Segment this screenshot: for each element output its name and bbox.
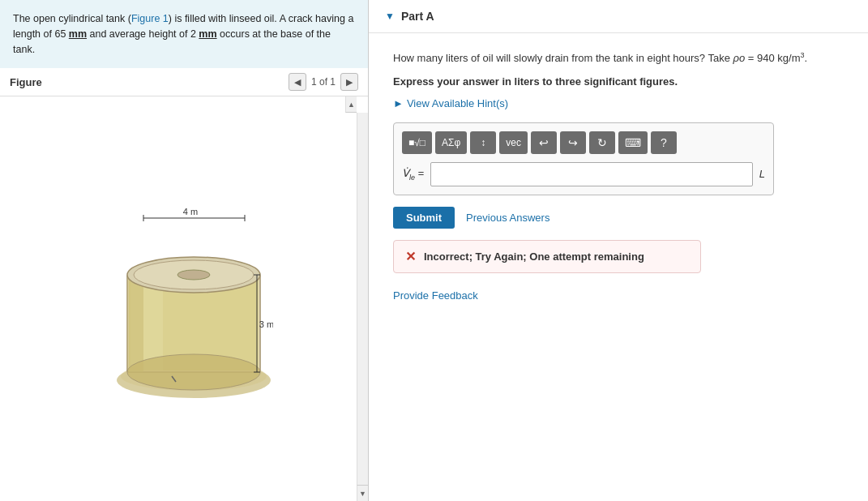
rho-symbol: ρo (733, 52, 746, 64)
toolbar-updown-button[interactable]: ↕ (470, 131, 496, 154)
figure-area: ▲ 4 m (0, 96, 368, 501)
question-emphasis: Express your answer in liters to three s… (393, 74, 844, 91)
toolbar-math-button[interactable]: ■√□ (402, 131, 432, 154)
input-row: V̇le = L (402, 162, 765, 186)
figure-count: 1 of 1 (311, 76, 336, 88)
answer-box: ■√□ ΑΣφ ↕ vec ↩ ↪ ↻ ⌨ ? V̇le = L (393, 122, 774, 195)
mm-underline-1: mm (69, 28, 87, 40)
answer-input[interactable] (430, 162, 753, 186)
toolbar-redo-button[interactable]: ↪ (560, 131, 586, 154)
figure-header: Figure ◀ 1 of 1 ▶ (0, 68, 368, 96)
toolbar-refresh-button[interactable]: ↻ (589, 131, 615, 154)
hint-link[interactable]: ► View Available Hint(s) (393, 97, 844, 109)
toolbar-undo-button[interactable]: ↩ (531, 131, 557, 154)
part-content: How many liters of oil will slowly drain… (369, 33, 868, 318)
problem-text-box: The open cylindrical tank (Figure 1) is … (0, 0, 368, 68)
toolbar-vec-button[interactable]: vec (499, 131, 528, 154)
error-box: ✕ Incorrect; Try Again; One attempt rema… (393, 240, 701, 273)
question-text: How many liters of oil will slowly drain… (393, 49, 844, 67)
problem-intro: The open cylindrical tank ( (13, 13, 131, 24)
scroll-down-button[interactable]: ▼ (357, 485, 368, 501)
toolbar-help-button[interactable]: ? (651, 131, 677, 154)
figure-next-button[interactable]: ▶ (340, 73, 358, 91)
mm-underline-2: mm (199, 28, 216, 40)
previous-answers-link[interactable]: Previous Answers (466, 212, 549, 224)
toolbar-symbol-button[interactable]: ΑΣφ (435, 131, 467, 154)
toolbar-keyboard-button[interactable]: ⌨ (618, 131, 648, 154)
figure-nav: ◀ 1 of 1 ▶ (289, 73, 358, 91)
error-text: Incorrect; Try Again; One attempt remain… (424, 250, 644, 263)
svg-point-13 (127, 354, 260, 390)
scroll-track (357, 113, 368, 485)
part-header: ▼ Part A (369, 0, 868, 33)
var-label: V̇le = (402, 167, 424, 182)
figure-prev-button[interactable]: ◀ (289, 73, 306, 91)
part-title: Part A (401, 10, 434, 23)
provide-feedback-link[interactable]: Provide Feedback (393, 289, 478, 302)
figure-title: Figure (10, 76, 42, 88)
error-icon: ✕ (405, 249, 416, 264)
svg-point-12 (177, 270, 210, 280)
right-panel: ▼ Part A How many liters of oil will slo… (369, 0, 868, 501)
figure-scroll[interactable]: 4 m (0, 96, 368, 501)
submit-button[interactable]: Submit (393, 207, 455, 229)
svg-text:3 m: 3 m (259, 319, 273, 329)
tank-figure: 4 m (95, 194, 273, 405)
svg-text:4 m: 4 m (183, 207, 198, 216)
scroll-up-button[interactable]: ▲ (345, 96, 357, 113)
figure-link[interactable]: Figure 1 (131, 13, 169, 24)
toolbar: ■√□ ΑΣφ ↕ vec ↩ ↪ ↻ ⌨ ? (402, 131, 765, 154)
unit-label: L (759, 168, 765, 180)
left-panel: The open cylindrical tank (Figure 1) is … (0, 0, 369, 501)
action-row: Submit Previous Answers (393, 207, 844, 229)
hint-arrow: ► (393, 97, 404, 109)
collapse-icon[interactable]: ▼ (385, 11, 395, 22)
svg-rect-9 (127, 275, 143, 372)
